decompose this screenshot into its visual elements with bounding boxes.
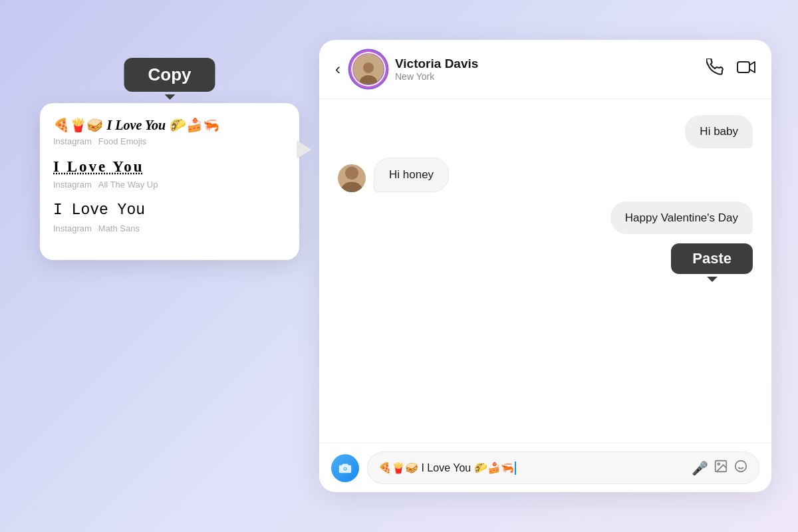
microphone-icon[interactable]: 🎤 — [692, 460, 708, 476]
svg-point-3 — [345, 166, 358, 180]
message-input-field[interactable]: 🍕🍟🥪 I Love You 🌮🍰🦐 🎤 — [367, 452, 759, 484]
input-bar: 🍕🍟🥪 I Love You 🌮🍰🦐 🎤 — [319, 443, 771, 492]
video-icon[interactable] — [737, 59, 755, 80]
call-icon[interactable] — [706, 59, 724, 80]
svg-point-7 — [344, 467, 346, 469]
header-icons — [706, 59, 755, 80]
paste-tooltip-wrap: Paste — [338, 243, 753, 274]
contact-avatar — [351, 52, 386, 86]
font-style-math-sans[interactable]: I Love You Instagram Math Sans — [53, 200, 286, 233]
font-tags-emoji: Instagram Food Emojis — [53, 136, 286, 146]
back-button[interactable]: ‹ — [335, 60, 340, 78]
font-tags-dotted: Instagram All The Way Up — [53, 180, 286, 190]
font-preview-math: I Love You — [53, 200, 286, 221]
message-bubble-hi-honey: Hi honey — [374, 158, 449, 192]
contact-info: Victoria Davis New York — [395, 57, 706, 82]
font-style-all-the-way-up[interactable]: I Love You Instagram All The Way Up — [53, 157, 286, 190]
camera-button[interactable] — [331, 454, 359, 482]
messages-area: Hi baby Hi honey Happy Valentine's Day — [319, 99, 771, 443]
image-icon[interactable] — [714, 459, 728, 477]
card-cursor-arrow — [297, 140, 311, 159]
svg-point-0 — [363, 63, 374, 73]
message-input-text: 🍕🍟🥪 I Love You 🌮🍰🦐 — [378, 462, 686, 475]
received-avatar-silhouette — [338, 164, 366, 192]
contact-location: New York — [395, 71, 706, 82]
text-cursor — [515, 462, 516, 475]
message-row-sent-2: Happy Valentine's Day — [338, 201, 753, 235]
message-row-sent-1: Hi baby — [338, 115, 753, 148]
svg-point-9 — [718, 463, 720, 465]
camera-icon — [338, 461, 352, 475]
chat-panel: ‹ Victoria Davis New York — [319, 40, 771, 492]
font-styles-card: Copy 🍕🍟🥪 I Love You 🌮🍰🦐 Instagram Food E… — [40, 103, 299, 260]
font-style-food-emoji[interactable]: 🍕🍟🥪 I Love You 🌮🍰🦐 Instagram Food Emojis — [53, 116, 286, 146]
font-tags-math: Instagram Math Sans — [53, 223, 286, 233]
font-preview-dotted: I Love You — [53, 157, 286, 177]
emoji-icon[interactable] — [733, 459, 748, 477]
message-bubble-valentines: Happy Valentine's Day — [610, 201, 753, 235]
message-row-received-1: Hi honey — [338, 158, 753, 192]
received-avatar — [338, 164, 366, 192]
message-bubble-hi-baby: Hi baby — [685, 115, 753, 148]
svg-point-4 — [342, 182, 362, 192]
font-preview-emoji: 🍕🍟🥪 I Love You 🌮🍰🦐 — [53, 116, 286, 134]
copy-tooltip[interactable]: Copy — [124, 58, 215, 92]
contact-avatar-wrap — [351, 52, 386, 86]
svg-point-10 — [735, 461, 747, 472]
svg-point-1 — [360, 75, 377, 84]
paste-tooltip[interactable]: Paste — [671, 243, 753, 274]
contact-name: Victoria Davis — [395, 57, 706, 71]
avatar-silhouette — [356, 59, 381, 84]
chat-header: ‹ Victoria Davis New York — [319, 40, 771, 99]
avatar-face — [353, 54, 384, 84]
svg-rect-2 — [737, 62, 749, 72]
